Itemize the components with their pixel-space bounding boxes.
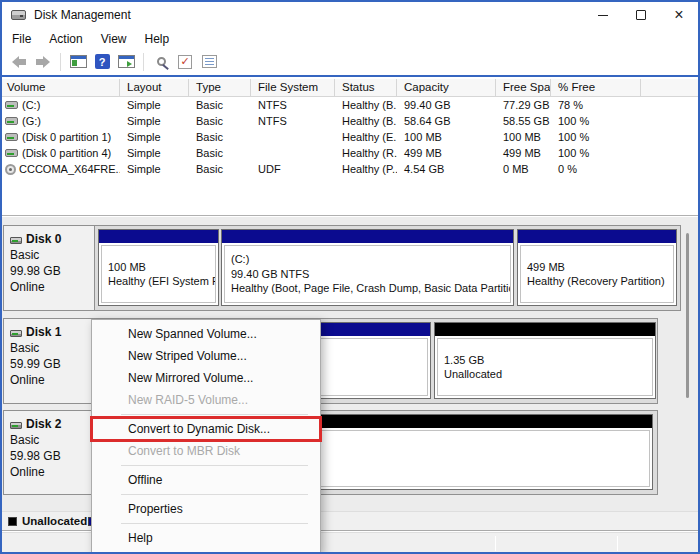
maximize-button[interactable]	[622, 0, 660, 30]
column-header-pctfree[interactable]: % Free	[551, 79, 641, 97]
volume-row-partition4[interactable]: (Disk 0 partition 4) Simple Basic Health…	[0, 145, 700, 161]
properties-button[interactable]	[197, 51, 221, 73]
partition-color-bar	[222, 230, 513, 243]
magnifier-icon	[157, 57, 166, 66]
disk0-row: Disk 0 Basic 99.98 GB Online 100 MB Heal…	[3, 225, 681, 311]
menu-item-convert-to-dynamic-disk[interactable]: Convert to Dynamic Disk...	[92, 418, 320, 440]
partition-size: 499 MB	[527, 260, 673, 275]
unallocated-swatch	[8, 517, 17, 526]
column-header-freespace[interactable]: Free Spa...	[496, 79, 551, 97]
volume-name: (C:)	[22, 99, 40, 111]
cell-freespace: 499 MB	[496, 147, 551, 159]
partition-size: 100 MB	[108, 260, 215, 275]
forward-arrow-icon	[36, 56, 50, 68]
cell-freespace: 100 MB	[496, 131, 551, 143]
menu-separator	[121, 523, 308, 524]
disk1-unallocated[interactable]: 1.35 GB Unallocated	[434, 322, 656, 399]
volume-list: Volume Layout Type File System Status Ca…	[0, 79, 700, 216]
unallocated-legend-label: Unallocated	[22, 515, 87, 527]
column-header-layout[interactable]: Layout	[120, 79, 189, 97]
disk-status: Online	[10, 464, 94, 480]
back-button[interactable]	[7, 51, 31, 73]
menu-item-new-mirrored-volume[interactable]: New Mirrored Volume...	[92, 367, 320, 389]
menu-file[interactable]: File	[3, 30, 40, 48]
volume-row-partition1[interactable]: (Disk 0 partition 1) Simple Basic Health…	[0, 129, 700, 145]
menu-action[interactable]: Action	[40, 30, 91, 48]
forward-button[interactable]	[31, 51, 55, 73]
disk-status: Online	[10, 279, 94, 295]
cell-pctfree: 100 %	[551, 131, 641, 143]
column-header-status[interactable]: Status	[335, 79, 397, 97]
volume-row-g[interactable]: (G:) Simple Basic NTFS Healthy (B... 58.…	[0, 113, 700, 129]
menu-view[interactable]: View	[92, 30, 136, 48]
vertical-scrollbar[interactable]	[686, 233, 689, 398]
cell-capacity: 99.40 GB	[397, 99, 496, 111]
cell-layout: Simple	[120, 163, 189, 175]
minimize-button[interactable]	[584, 0, 622, 30]
help-button[interactable]: ?	[90, 51, 114, 73]
disk0-partition-efi[interactable]: 100 MB Healthy (EFI System P	[98, 229, 219, 306]
column-header-filesystem[interactable]: File System	[251, 79, 335, 97]
menu-item-properties[interactable]: Properties	[92, 498, 320, 520]
disk0-label[interactable]: Disk 0 Basic 99.98 GB Online	[4, 226, 95, 310]
volume-name: (G:)	[22, 115, 41, 127]
menu-help[interactable]: Help	[136, 30, 179, 48]
cell-type: Basic	[189, 99, 251, 111]
menu-separator	[121, 465, 308, 466]
cell-status: Healthy (E...	[335, 131, 397, 143]
rescan-button[interactable]	[149, 51, 173, 73]
cell-capacity: 100 MB	[397, 131, 496, 143]
help-icon: ?	[95, 54, 110, 69]
console-tree-button[interactable]	[66, 51, 90, 73]
volume-row-cccoma[interactable]: CCCOMA_X64FRE... Simple Basic UDF Health…	[0, 161, 700, 177]
cell-layout: Simple	[120, 147, 189, 159]
menu-item-offline[interactable]: Offline	[92, 469, 320, 491]
drive-icon	[5, 133, 18, 141]
menu-separator	[121, 494, 308, 495]
disk-icon	[10, 330, 22, 337]
partition-size: 99.40 GB NTFS	[231, 267, 510, 282]
volume-row-c[interactable]: (C:) Simple Basic NTFS Healthy (B... 99.…	[0, 97, 700, 113]
close-button[interactable]: ×	[660, 0, 698, 30]
menu-item-new-striped-volume[interactable]: New Striped Volume...	[92, 345, 320, 367]
partition-status: Healthy (Boot, Page File, Crash Dump, Ba…	[231, 281, 510, 296]
cell-filesystem: NTFS	[251, 115, 335, 127]
cell-pctfree: 78 %	[551, 99, 641, 111]
cell-status: Healthy (R...	[335, 147, 397, 159]
cell-capacity: 499 MB	[397, 147, 496, 159]
disk-icon	[10, 422, 22, 429]
cell-pctfree: 100 %	[551, 115, 641, 127]
minimize-icon	[598, 15, 608, 16]
menu-item-help[interactable]: Help	[92, 527, 320, 549]
disk2-label[interactable]: Disk 2 Basic 59.98 GB Online	[4, 411, 95, 494]
statusbar-divider	[617, 536, 618, 551]
check-button[interactable]: ✓	[173, 51, 197, 73]
cell-layout: Simple	[120, 99, 189, 111]
column-header-capacity[interactable]: Capacity	[397, 79, 496, 97]
cell-layout: Simple	[120, 131, 189, 143]
disk-context-menu: New Spanned Volume... New Striped Volume…	[91, 319, 321, 553]
window-title: Disk Management	[34, 8, 131, 22]
disk0-partition-recovery[interactable]: 499 MB Healthy (Recovery Partition)	[517, 229, 677, 306]
column-header-volume[interactable]: Volume	[0, 79, 120, 97]
cell-type: Basic	[189, 163, 251, 175]
column-header-type[interactable]: Type	[189, 79, 251, 97]
action-pane-button[interactable]	[114, 51, 138, 73]
disk-size: 59.99 GB	[10, 356, 94, 372]
disk-kind: Basic	[10, 247, 94, 263]
title-bar: Disk Management ×	[0, 0, 700, 30]
disk-name: Disk 1	[26, 324, 61, 340]
back-arrow-icon	[12, 56, 26, 68]
console-tree-icon	[70, 55, 87, 68]
disk-kind: Basic	[10, 340, 94, 356]
disk1-label[interactable]: Disk 1 Basic 59.99 GB Online	[4, 319, 95, 403]
cell-filesystem: UDF	[251, 163, 335, 175]
cell-capacity: 58.64 GB	[397, 115, 496, 127]
partition-name: (C:)	[231, 252, 510, 267]
menu-item-new-spanned-volume[interactable]: New Spanned Volume...	[92, 323, 320, 345]
cell-capacity: 4.54 GB	[397, 163, 496, 175]
disk0-partition-c[interactable]: (C:) 99.40 GB NTFS Healthy (Boot, Page F…	[221, 229, 514, 306]
menu-item-convert-to-mbr-disk: Convert to MBR Disk	[92, 440, 320, 462]
disc-icon	[5, 164, 16, 175]
cell-pctfree: 100 %	[551, 147, 641, 159]
